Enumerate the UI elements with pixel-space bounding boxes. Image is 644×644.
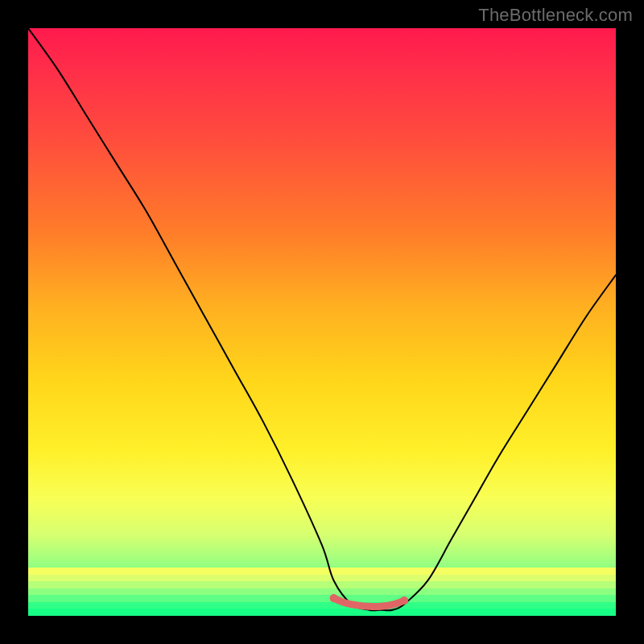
chart-frame: TheBottleneck.com (0, 0, 644, 644)
optimal-range-marker (334, 598, 405, 606)
curve-layer (28, 28, 616, 616)
bottleneck-curve (28, 28, 616, 610)
marker-endpoint-left-icon (330, 594, 338, 602)
watermark-text: TheBottleneck.com (478, 5, 633, 26)
marker-endpoint-right-icon (400, 597, 408, 605)
plot-area (28, 28, 616, 616)
